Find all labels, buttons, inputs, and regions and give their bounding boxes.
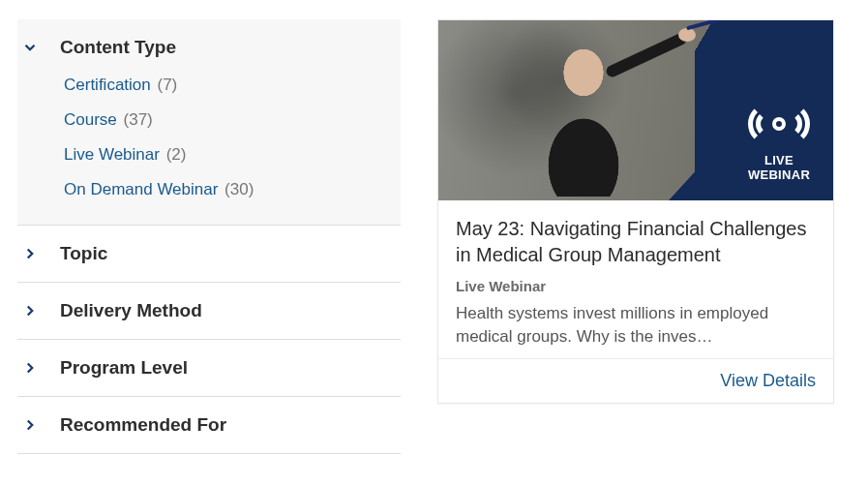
facet-toggle-content-type[interactable]: Content Type [17,19,401,68]
chevron-right-icon [21,245,39,262]
card-title: May 23: Navigating Financial Challenges … [456,216,816,268]
filter-option-count: (2) [166,145,187,164]
chevron-down-icon [21,39,39,56]
facet-title: Delivery Method [60,300,202,321]
filter-option-label: Course [64,110,117,129]
filter-option-label: Live Webinar [64,145,160,164]
view-details-link[interactable]: View Details [720,371,816,390]
card-type: Live Webinar [456,278,816,294]
facet-title: Content Type [60,37,176,58]
result-card: LIVE WEBINAR May 23: Navigating Financia… [437,19,834,404]
facet-title: Recommended For [60,414,226,436]
facet-topic: Topic [17,226,401,283]
broadcast-icon [740,100,818,148]
badge-line1: LIVE [764,154,793,168]
card-body: May 23: Navigating Financial Challenges … [438,200,833,358]
card-hero-image: LIVE WEBINAR [438,20,833,200]
filter-option-count: (7) [158,76,178,94]
badge-line2: WEBINAR [748,168,810,183]
live-webinar-badge: LIVE WEBINAR [740,100,818,183]
facet-toggle-delivery-method[interactable]: Delivery Method [17,283,401,339]
chevron-right-icon [21,416,39,434]
filter-option-count: (37) [124,110,153,129]
facet-title: Topic [60,243,107,264]
facet-recommended-for: Recommended For [17,397,401,454]
filter-option-live-webinar[interactable]: Live Webinar (2) [64,137,401,172]
filter-option-count: (30) [224,180,254,198]
chevron-right-icon [21,302,39,319]
card-description: Health systems invest millions in employ… [456,302,816,349]
filter-option-certification[interactable]: Certification (7) [64,68,401,103]
facet-delivery-method: Delivery Method [17,283,401,340]
results-area: LIVE WEBINAR May 23: Navigating Financia… [437,19,851,467]
facet-toggle-topic[interactable]: Topic [17,226,401,282]
card-footer: View Details [438,358,833,403]
facet-title: Program Level [60,357,188,379]
facet-content-type: Content Type Certification (7) Course (3… [17,19,401,226]
facet-toggle-recommended-for[interactable]: Recommended For [17,397,401,453]
facet-body-content-type: Certification (7) Course (37) Live Webin… [17,68,401,225]
chevron-right-icon [21,359,39,377]
facet-program-level: Program Level [17,340,401,397]
filter-option-course[interactable]: Course (37) [64,103,401,137]
filter-option-label: Certification [64,76,151,94]
facet-toggle-program-level[interactable]: Program Level [17,340,401,396]
hero-photo [438,20,695,200]
filter-option-on-demand-webinar[interactable]: On Demand Webinar (30) [64,172,401,207]
filter-option-label: On Demand Webinar [64,180,218,198]
filter-sidebar: Content Type Certification (7) Course (3… [17,19,401,467]
